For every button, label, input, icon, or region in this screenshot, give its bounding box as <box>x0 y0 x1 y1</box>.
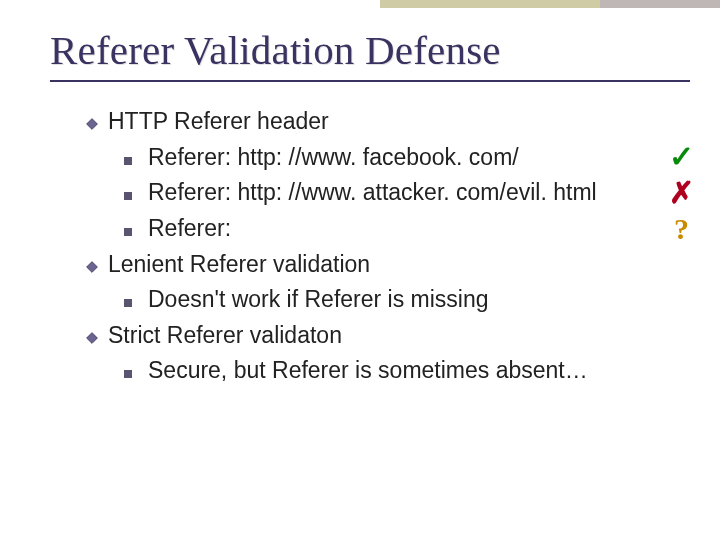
square-bullet-icon <box>124 297 148 307</box>
bullet-lvl2: Referer: http: //www. attacker. com/evil… <box>86 175 680 211</box>
svg-rect-1 <box>87 261 98 272</box>
bullet-lvl2: Doesn't work if Referer is missing <box>86 282 680 318</box>
square-bullet-icon <box>124 226 148 236</box>
question-icon: ? <box>674 211 689 247</box>
slide-body: HTTP Referer header Referer: http: //www… <box>50 104 680 389</box>
bullet-lvl1: HTTP Referer header <box>86 104 680 140</box>
slide-title: Referer Validation Defense <box>50 26 680 74</box>
bullet-text: Strict Referer validaton <box>108 318 342 354</box>
slide: Referer Validation Defense HTTP Referer … <box>0 0 720 389</box>
bullet-text: Referer: <box>148 211 231 247</box>
bullet-lvl2: Referer: <box>86 211 680 247</box>
bullet-lvl2: Referer: http: //www. facebook. com/ <box>86 140 680 176</box>
bullet-lvl2: Secure, but Referer is sometimes absent… <box>86 353 680 389</box>
diamond-bullet-icon <box>86 260 108 272</box>
square-bullet-icon <box>124 368 148 378</box>
bullet-text: Doesn't work if Referer is missing <box>148 282 489 318</box>
square-bullet-icon <box>124 155 148 165</box>
cross-icon: ✗ <box>669 175 694 211</box>
square-bullet-icon <box>124 190 148 200</box>
diamond-bullet-icon <box>86 331 108 343</box>
diamond-bullet-icon <box>86 117 108 129</box>
bullet-text: HTTP Referer header <box>108 104 329 140</box>
status-marks-column: ✓ ✗ ? <box>669 139 694 247</box>
check-icon: ✓ <box>669 139 694 175</box>
svg-rect-2 <box>87 332 98 343</box>
bullet-text: Lenient Referer validation <box>108 247 370 283</box>
bullet-text: Referer: http: //www. facebook. com/ <box>148 140 519 176</box>
bullet-text: Referer: http: //www. attacker. com/evil… <box>148 175 597 211</box>
bullet-lvl1: Lenient Referer validation <box>86 247 680 283</box>
bullet-lvl1: Strict Referer validaton <box>86 318 680 354</box>
title-underline <box>50 80 690 82</box>
bullet-text: Secure, but Referer is sometimes absent… <box>148 353 588 389</box>
svg-rect-0 <box>87 119 98 130</box>
